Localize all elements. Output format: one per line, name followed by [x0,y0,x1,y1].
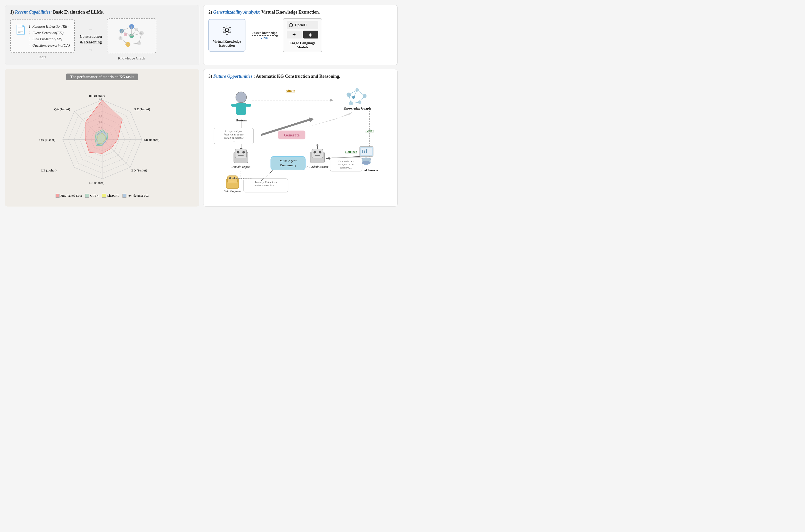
svg-line-10 [122,27,132,31]
task-lp: 3. Link Prediction(LP) [29,36,70,42]
vine-box: ⚛ Virtual KnowledgeExtraction [208,19,245,52]
sec3-title-rest: : Automatic KG Construction and Reasonin… [254,74,340,79]
svg-marker-62 [330,99,334,102]
sec3-title-italic: Future Opportunities [213,74,253,79]
svg-rect-127 [228,176,238,183]
svg-text:ED (1-shot): ED (1-shot) [131,169,147,172]
svg-point-129 [234,177,236,179]
svg-line-14 [121,38,128,44]
svg-text:reliable sources like ......: reliable sources like ...... [254,184,278,187]
vine-label: Virtual KnowledgeExtraction [213,40,241,48]
llm-logos-row: ✦ ◈ [287,31,318,38]
svg-text:RE (1-shot): RE (1-shot) [134,107,150,111]
svg-text:Knowledge Graph: Knowledge Graph [344,107,371,110]
task-re: 1. Relation Extraction(RE) [29,23,70,30]
radar-legend: Fine-Tuned Sota GPT-4 ChatGPT text-davin… [10,194,194,198]
legend-davinci: text-davinci-003 [123,194,149,198]
svg-point-104 [314,151,316,153]
svg-point-95 [237,151,239,153]
legend-gpt4-label: GPT-4 [90,194,98,198]
svg-text:we agree on the: we agree on the [338,163,354,166]
svg-text:Aim to: Aim to [286,89,295,93]
vine-text: VINE [260,36,268,40]
svg-text:domain of expertise: domain of expertise [224,136,243,139]
document-icon: 📄 [15,24,26,35]
svg-text:Let's make sure: Let's make sure [338,160,354,163]
svg-point-96 [242,151,245,153]
legend-gpt4: GPT-4 [85,194,98,198]
svg-text:Generate: Generate [284,133,299,137]
kg-area: Knowledge Graph [107,18,156,60]
svg-text:ED (0-shot): ED (0-shot) [144,138,160,141]
sec1-title: 1) Recent Capabilities: Basic Evaluation… [10,10,194,15]
sec2-title-italic: Generalizability Analysis: [213,10,260,15]
svg-text:Multi-Agent: Multi-Agent [279,159,296,163]
svg-text:QA (1-shot): QA (1-shot) [54,107,70,111]
svg-point-108 [316,144,318,146]
svg-text:structure......: structure...... [340,166,352,169]
legend-chatgpt-color [102,194,106,198]
sec1-title-italic: Recent Capabilities: [15,10,52,15]
svg-text:focus will be on our: focus will be on our [224,133,244,136]
sec1-number: 1) [10,10,14,15]
svg-text:Domain Expert: Domain Expert [231,165,250,169]
svg-marker-89 [309,117,314,122]
task-qa: 4. Question Answering(QA) [29,42,70,49]
sec2-number: 2) [208,10,212,15]
legend-gpt4-color [85,194,89,198]
svg-text:To begin with, our: To begin with, our [225,130,243,133]
llm-box-label: Large LanguageModels [287,41,318,49]
svg-text:We can pull data from: We can pull data from [255,181,277,184]
svg-point-128 [230,177,231,179]
sec2-title-rest: Virtual Knowledge Extraction. [261,10,320,15]
svg-point-55 [236,92,247,103]
openai-icon: ⬡ [289,22,293,28]
input-label: Input [38,55,47,59]
svg-text:Retrieve: Retrieve [345,150,357,153]
svg-marker-87 [308,112,352,127]
sec1-content: 📄 1. Relation Extraction(RE) 2. Event De… [10,18,194,60]
legend-chatgpt: ChatGPT [102,194,119,198]
kg-box [107,18,156,53]
sec3-content: Human Aim to [208,82,392,202]
sec3-svg: Human Aim to [208,82,392,201]
legend-davinci-color [123,194,126,198]
legend-davinci-label: text-davinci-003 [127,194,149,198]
radar-panel: The performance of models on KG tasks [5,69,199,207]
task-ed: 2. Event Detection(ED) [29,30,70,36]
sec2-title: 2) Generalizability Analysis: Virtual Kn… [208,10,392,15]
section-2-panel: 2) Generalizability Analysis: Virtual Kn… [203,5,398,65]
sec3-title: 3) Future Opportunities : Automatic KG C… [208,74,392,79]
legend-finetuned-label: Fine-Tuned Sota [60,194,82,198]
legend-chatgpt-label: ChatGPT [107,194,119,198]
svg-text:KG Administrator: KG Administrator [306,165,328,169]
svg-point-120 [362,161,371,165]
unseen-arrow-area: Unseen knowledge ▶ VINE [251,31,277,40]
openai-row: ⬡ OpenAI [287,21,318,29]
section-1-panel: 1) Recent Capabilities: Basic Evaluation… [5,5,199,65]
radar-chart-svg: 0.2 0.4 0.6 0.8 1 1.2 1.4 0 [38,85,166,191]
svg-text:......: ...... [232,140,236,142]
svg-line-71 [360,96,365,102]
construction-label: Construction& Reasoning [80,34,102,45]
openai-label: OpenAI [295,23,307,27]
kg-label: Knowledge Graph [118,56,145,60]
sec1-title-rest: Basic Evaluation of LLMs. [53,10,104,15]
svg-line-70 [357,90,365,96]
svg-text:Data Engineer: Data Engineer [223,190,241,193]
section-3-panel: 3) Future Opportunities : Automatic KG C… [203,69,398,207]
svg-rect-94 [235,149,247,158]
svg-rect-57 [231,104,237,107]
unseen-label: Unseen knowledge [251,31,277,35]
radar-title-wrap: The performance of models on KG tasks [10,74,194,83]
svg-rect-58 [246,104,251,107]
svg-line-9 [132,27,142,33]
svg-rect-56 [236,103,246,115]
task-list: 1. Relation Extraction(RE) 2. Event Dete… [29,23,70,49]
sec3-number: 3) [208,74,212,79]
svg-text:LP (1-shot): LP (1-shot) [41,169,57,172]
radar-title: The performance of models on KG tasks [66,74,138,80]
atom-icon: ⚛ [221,23,233,38]
svg-text:Community: Community [280,163,296,167]
sec2-content: ⚛ Virtual KnowledgeExtraction Unseen kno… [208,18,392,52]
